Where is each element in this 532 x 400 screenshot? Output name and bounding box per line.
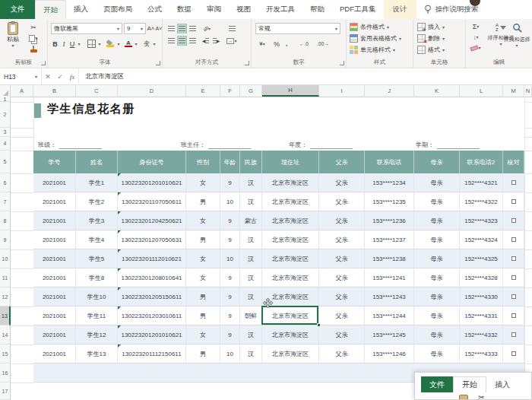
header-cell-民族[interactable]: 民族 (240, 151, 262, 173)
column-header-D[interactable]: D (118, 85, 186, 97)
phonetic-button[interactable]: 变 (142, 39, 151, 49)
column-header-F[interactable]: F (220, 85, 240, 97)
cell-D13[interactable]: 130223201203010611 (118, 306, 186, 325)
tab-审阅[interactable]: 审阅 (199, 0, 229, 19)
align-middle-icon[interactable] (177, 24, 187, 33)
bold-button[interactable]: B (51, 39, 59, 49)
cell-J13[interactable]: 153****1244 (365, 306, 414, 325)
cell-G11[interactable]: 汉 (240, 268, 262, 287)
header-cell-性别[interactable]: 性别 (186, 151, 220, 173)
number-format-select[interactable]: 常规▾ (255, 23, 340, 34)
header-cell-身份证号[interactable]: 身份证号 (118, 151, 186, 173)
column-header-K[interactable]: K (414, 85, 460, 97)
cell-D11[interactable]: 130223201208010641 (118, 268, 186, 287)
underline-caret[interactable]: ▾ (76, 39, 82, 49)
cell-K14[interactable]: 母亲 (414, 325, 460, 344)
row-header-7[interactable]: 7 (0, 192, 10, 211)
align-right-icon[interactable] (188, 36, 198, 46)
cell-M11[interactable] (503, 268, 524, 287)
cell-B15[interactable]: 2021001 (33, 344, 76, 363)
cell-G15[interactable]: 汉 (240, 344, 262, 363)
cell-I13[interactable]: 父亲 (319, 306, 365, 325)
align-bottom-icon[interactable] (188, 24, 198, 33)
percent-style-icon[interactable]: % (272, 39, 281, 49)
cell-M10[interactable] (503, 249, 524, 268)
cell-F7[interactable]: 10 (220, 192, 240, 211)
checkbox[interactable] (511, 275, 516, 280)
orientation-button[interactable]: ab▾ (201, 24, 213, 33)
cell-I9[interactable]: 父亲 (319, 230, 365, 249)
cell-H15[interactable]: 北京市海淀区 (262, 344, 319, 363)
cell-F14[interactable]: 9 (220, 325, 240, 344)
conditional-formatting-button[interactable]: 条件格式▾ (350, 22, 389, 32)
cell-C12[interactable]: 学生10 (76, 287, 118, 306)
cell-B13[interactable]: 2021001 (33, 306, 76, 325)
cell-C9[interactable]: 学生4 (76, 230, 118, 249)
cell-F11[interactable]: 9 (220, 268, 240, 287)
cell-L12[interactable]: 152****4330 (460, 287, 503, 306)
format-as-table-button[interactable]: 套用表格格式▾ (350, 33, 401, 43)
cell-G14[interactable]: 汉 (240, 325, 262, 344)
font-color-caret[interactable]: ▾ (133, 39, 139, 49)
fill-down-icon[interactable]: ↓▾ (469, 33, 483, 42)
cell-B6[interactable]: 2021001 (33, 173, 76, 192)
format-painter-button[interactable] (26, 44, 41, 54)
cell-G10[interactable]: 汉 (240, 249, 262, 268)
cell-G8[interactable]: 蒙古 (240, 211, 262, 230)
font-size-select[interactable]: 9▾ (124, 23, 146, 34)
checkbox[interactable] (511, 199, 516, 204)
cell-H6[interactable]: 北京市海淀区 (262, 173, 319, 192)
checkbox[interactable] (511, 294, 516, 299)
borders-caret[interactable]: ▾ (97, 39, 103, 49)
cell-L15[interactable]: 152****4333 (460, 344, 503, 363)
cell-B7[interactable]: 2021001 (33, 192, 76, 211)
cell-H8[interactable]: 北京市海淀区 (262, 211, 319, 230)
cell-J15[interactable]: 153****1246 (365, 344, 414, 363)
file-tab[interactable]: 文件 (0, 0, 35, 19)
cell-H14[interactable]: 北京市海淀区 (262, 325, 319, 344)
cell-M15[interactable] (503, 344, 524, 363)
cell-I11[interactable]: 父亲 (319, 268, 365, 287)
row-header-15[interactable]: 15 (0, 344, 10, 363)
cell-B8[interactable]: 2021001 (33, 211, 76, 230)
header-cell-学号[interactable]: 学号 (33, 151, 76, 173)
row-header-14[interactable]: 14 (0, 325, 10, 344)
column-header-L[interactable]: L (460, 85, 503, 97)
align-top-icon[interactable] (166, 24, 176, 33)
cell-E12[interactable]: 男 (186, 287, 220, 306)
cell-K6[interactable]: 母亲 (414, 173, 460, 192)
cell-M8[interactable] (503, 211, 524, 230)
cell-I6[interactable]: 父亲 (319, 173, 365, 192)
fill-color-caret[interactable]: ▾ (116, 39, 122, 49)
cell-G13[interactable]: 朝鲜 (240, 306, 262, 325)
cell-J11[interactable]: 153****1241 (365, 268, 414, 287)
pip-file-tab[interactable]: 文件 (421, 376, 453, 392)
tab-插入[interactable]: 插入 (66, 0, 96, 19)
checkbox[interactable] (511, 180, 516, 185)
cell-E8[interactable]: 女 (186, 211, 220, 230)
enter-icon[interactable]: ✓ (54, 68, 66, 84)
select-all-corner[interactable] (0, 85, 11, 97)
dialog-launcher-icon[interactable] (245, 61, 249, 65)
header-cell-现住址[interactable]: 现住址 (262, 151, 319, 173)
cell-G9[interactable]: 汉 (240, 230, 262, 249)
copy-button[interactable]: ▾ (26, 33, 41, 43)
cell-M7[interactable] (503, 192, 524, 211)
cell-J6[interactable]: 153****1234 (365, 173, 414, 192)
cell-J7[interactable]: 153****1235 (365, 192, 414, 211)
row-header-11[interactable]: 11 (0, 268, 10, 287)
column-header-B[interactable]: B (33, 85, 76, 97)
cell-D7[interactable]: 130223201107050611 (118, 192, 186, 211)
column-header-M[interactable]: M (503, 85, 524, 97)
delete-cells-button[interactable]: ×删除▾ (417, 33, 445, 43)
italic-button[interactable]: I (60, 39, 68, 49)
checkbox[interactable] (511, 218, 516, 223)
cell-C8[interactable]: 学生3 (76, 211, 118, 230)
cell-E9[interactable]: 男 (186, 230, 220, 249)
cell-L9[interactable]: 152****4324 (460, 230, 503, 249)
insert-function-icon[interactable]: fx (66, 68, 78, 84)
cell-C6[interactable]: 学生1 (76, 173, 118, 192)
decrease-indent-icon[interactable]: ◀ (201, 36, 211, 46)
phonetic-caret[interactable]: ▾ (151, 39, 157, 49)
cell-F6[interactable]: 9 (220, 173, 240, 192)
